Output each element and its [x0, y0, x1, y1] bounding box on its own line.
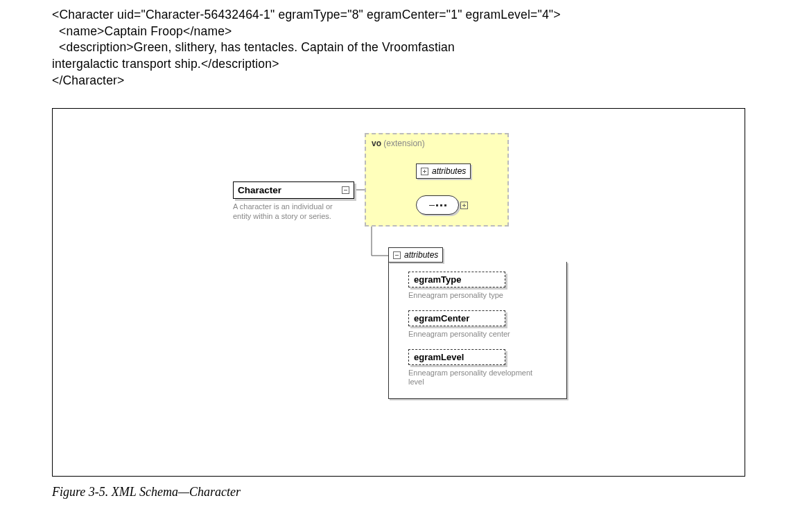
- vo-prefix: vo: [372, 139, 381, 148]
- character-label: Character: [238, 185, 281, 195]
- sequence-line-icon: [429, 205, 435, 206]
- figure-frame: Character A character is an individual o…: [52, 108, 745, 477]
- collapse-toggle-icon[interactable]: [393, 251, 401, 259]
- attribute-description: Enneagram personality development level: [408, 369, 533, 388]
- collapse-toggle-icon[interactable]: [342, 186, 349, 194]
- vo-attributes-label: attributes: [432, 166, 466, 176]
- schema-diagram: Character A character is an individual o…: [53, 109, 745, 476]
- attributes-header: attributes: [388, 247, 443, 263]
- attribute-description: Enneagram personality type: [408, 291, 533, 301]
- character-box: Character: [233, 181, 354, 199]
- attributes-body: egramType Enneagram personality type egr…: [388, 262, 567, 399]
- sequence-dots-icon: [436, 204, 446, 206]
- character-node: Character A character is an individual o…: [233, 181, 354, 222]
- sequence-connector: [416, 195, 459, 215]
- attribute-item: egramLevel Enneagram personality develop…: [408, 349, 555, 388]
- expand-toggle-icon[interactable]: [460, 202, 468, 209]
- code-line-3b: intergalactic transport ship.</descripti…: [52, 57, 279, 71]
- page: <Character uid="Character-56432464-1" eg…: [0, 0, 800, 513]
- attribute-name: egramLevel: [408, 349, 505, 365]
- attribute-description: Enneagram personality center: [408, 330, 533, 339]
- attribute-name: egramCenter: [408, 310, 505, 326]
- code-line-1: <Character uid="Character-56432464-1" eg…: [52, 8, 561, 21]
- vo-suffix: (extension): [383, 139, 424, 148]
- attribute-item: egramCenter Enneagram personality center: [408, 310, 555, 339]
- attribute-name: egramType: [408, 272, 505, 287]
- character-description: A character is an individual or entity w…: [233, 202, 351, 222]
- attributes-panel: attributes egramType Enneagram personali…: [388, 247, 567, 399]
- code-line-3a: <description>Green, slithery, has tentac…: [52, 40, 455, 54]
- vo-attributes-box: attributes: [416, 163, 471, 179]
- vo-extension-box: vo (extension) attributes: [365, 133, 509, 227]
- code-line-4: </Character>: [52, 73, 125, 87]
- expand-toggle-icon[interactable]: [421, 168, 428, 175]
- figure-caption: Figure 3-5. XML Schema—Character: [52, 485, 748, 499]
- vo-title: vo (extension): [372, 139, 502, 148]
- code-line-2: <name>Captain Froop</name>: [52, 24, 232, 38]
- code-listing: <Character uid="Character-56432464-1" eg…: [52, 7, 748, 89]
- attribute-item: egramType Enneagram personality type: [408, 272, 555, 301]
- attributes-header-label: attributes: [404, 250, 438, 260]
